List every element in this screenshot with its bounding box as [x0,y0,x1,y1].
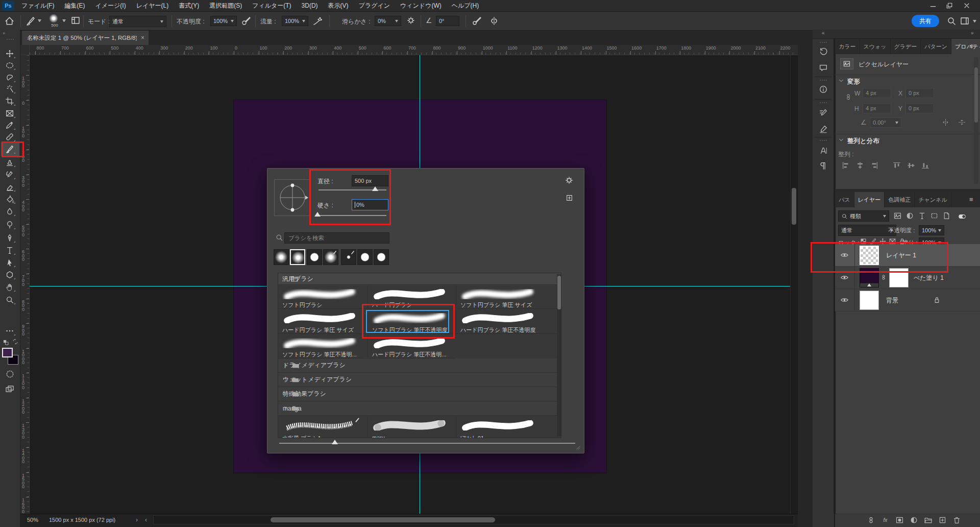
rotate-input[interactable]: 0.00° [870,117,901,128]
canvas-hscrollbar-thumb[interactable] [271,517,495,522]
brush-item[interactable]: ハード円ブラシ 筆圧不透明度 [456,309,561,334]
tool-type[interactable] [4,245,16,256]
minimize-icon[interactable] [929,2,937,10]
align-top-icon[interactable] [892,161,901,170]
new-layer-icon[interactable] [938,516,947,524]
history-icon[interactable] [819,47,828,56]
tool-move[interactable] [4,48,16,59]
pressure-icon[interactable] [241,16,251,26]
opacity-input[interactable]: 100% [210,16,237,26]
recent-brush-dot[interactable] [341,249,356,265]
brush-settings-icon[interactable] [819,108,828,117]
tool-magic-wand[interactable] [4,83,16,94]
paragraph-icon[interactable] [819,161,828,171]
pressure-size-icon[interactable] [472,16,482,26]
preview-size-slider-track[interactable] [279,443,575,444]
tool-frame[interactable] [4,108,16,119]
angle-input[interactable]: 0° [436,16,459,26]
flip-v-icon[interactable] [958,118,966,127]
tool-crop[interactable] [4,95,16,107]
tab-チャンネル[interactable]: チャンネル [915,192,951,207]
menu-表示(V)[interactable]: 表示(V) [323,0,354,12]
align-left-icon[interactable] [841,161,850,170]
layers-menu-icon[interactable]: ≡ [969,196,977,204]
menu-選択範囲(S)[interactable]: 選択範囲(S) [204,0,247,12]
layer-thumbnail[interactable] [860,291,879,310]
tool-pen[interactable] [4,232,16,244]
brush-item[interactable]: 水彩風 ブラシ1 [278,416,366,438]
tool-path-select[interactable] [4,257,16,268]
recent-brush-soft[interactable] [274,249,289,265]
toggle-icon[interactable] [958,212,967,221]
comment-icon[interactable] [819,63,828,73]
brush-item[interactable]: ソフト円ブラシ [278,285,366,309]
character-icon[interactable] [819,146,828,155]
brush-item[interactable]: ソフト円ブラシ 筆圧不透明... [278,334,366,358]
tool-paint-bucket[interactable] [4,194,16,205]
layer-name[interactable]: べた塗り 1 [914,274,944,282]
transform-section-title[interactable]: 変形 [847,78,860,86]
folder-open-icon[interactable] [924,516,933,524]
layer-filter-dropdown[interactable]: 種類 [838,210,889,222]
tab-パス[interactable]: パス [835,192,854,207]
tool-lasso[interactable] [4,72,16,83]
close-tab-icon[interactable]: × [137,34,149,41]
gear-icon[interactable] [406,16,415,25]
foreground-color-swatch[interactable] [2,348,13,357]
expand-panels-icon[interactable]: « [822,30,829,37]
menu-レイヤー(L)[interactable]: レイヤー(L) [131,0,174,12]
menu-プラグイン[interactable]: プラグイン [354,0,395,12]
brush-list[interactable]: 汎用ブラシソフト円ブラシハード円ブラシソフト円ブラシ 筆圧 サイズハード円ブラシ… [278,273,561,438]
mask-icon[interactable] [895,516,904,524]
recent-brush-hard[interactable] [307,249,322,265]
recent-brush-soft[interactable] [290,249,305,265]
info-icon[interactable] [819,85,828,94]
picture-icon[interactable] [893,211,902,220]
expand-toolbar-icon[interactable]: » [3,31,10,36]
brush-icon[interactable] [26,16,36,26]
mode-dropdown[interactable]: 通常 [109,16,166,27]
brush-group-header[interactable]: 汎用ブラシ [278,273,561,285]
h-input[interactable]: 4 px [863,103,891,113]
x-input[interactable]: 0 px [905,88,934,98]
tab-パターン[interactable]: パターン [921,39,951,54]
new-preset-icon[interactable] [566,194,573,202]
menu-イメージ(I)[interactable]: イメージ(I) [90,0,131,12]
status-next-icon[interactable]: › [136,516,141,523]
status-doc-info[interactable]: 1500 px x 1500 px (72 ppi) [49,517,115,523]
preview-size-slider-thumb[interactable] [332,440,338,444]
screen-mode-icon[interactable] [5,384,15,394]
panel-toggle-icon[interactable] [70,15,81,26]
menu-3D(D)[interactable]: 3D(D) [297,0,323,12]
tab-レイヤー[interactable]: レイヤー [854,192,885,207]
airbrush-icon[interactable] [312,16,323,26]
tool-history-brush[interactable] [4,169,16,180]
align-middle-v-icon[interactable] [906,161,916,170]
tool-zoom[interactable] [4,294,16,305]
eye-icon[interactable] [840,273,849,282]
flip-h-icon[interactable] [941,118,950,127]
brush-item[interactable]: ぼかし01 [456,416,561,438]
canvas-vscrollbar-track[interactable] [790,55,798,514]
align-bottom-icon[interactable] [921,161,930,170]
canvas-vscrollbar-thumb[interactable] [792,188,796,225]
fx-icon[interactable]: fx [881,516,890,524]
align-right-icon[interactable] [870,161,879,170]
tool-marquee[interactable] [4,60,16,71]
close-icon[interactable] [963,2,971,10]
brush-search-input[interactable]: ブラシを検索 [284,232,389,244]
brush-item[interactable]: maru [368,416,455,438]
tool-eraser[interactable] [4,181,16,193]
menu-フィルター(T)[interactable]: フィルター(T) [247,0,296,12]
chevron-down-icon[interactable] [838,136,845,143]
panel-menu-icon[interactable]: ≡ [969,42,977,51]
brush-angle-preview[interactable] [274,179,311,216]
brushes-icon[interactable] [819,125,828,134]
align-section-title[interactable]: 整列と分布 [847,137,879,146]
brush-folder-特殊効果ブラシ[interactable]: 特殊効果ブラシ [278,387,561,401]
menu-編集(E)[interactable]: 編集(E) [59,0,90,12]
workspace-icon[interactable] [960,16,970,26]
layers-opacity-input[interactable]: 100% [919,225,944,235]
align-center-h-icon[interactable] [855,161,865,170]
quick-mask-icon[interactable] [5,369,15,379]
